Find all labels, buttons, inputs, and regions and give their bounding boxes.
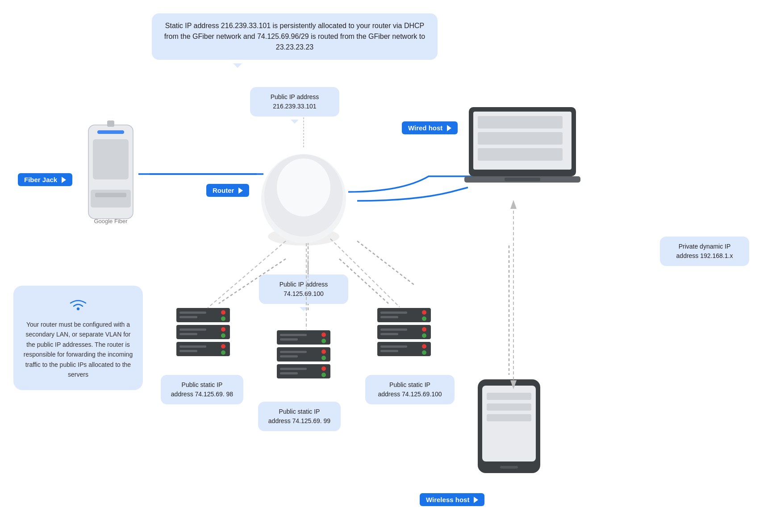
static-ip3-callout: Public static IP address 74.125.69.100	[365, 375, 455, 404]
left-info-box: Your router must be configured with a se…	[13, 286, 143, 390]
server1-svg	[174, 308, 232, 357]
router-svg	[250, 147, 357, 254]
static-ip1-value: address 74.125.69. 98	[169, 390, 235, 399]
router-arrow	[238, 187, 243, 194]
svg-rect-17	[505, 178, 540, 181]
svg-point-50	[321, 366, 326, 371]
svg-point-36	[221, 350, 225, 355]
svg-point-61	[422, 333, 426, 338]
svg-point-65	[422, 344, 426, 349]
server2-svg	[275, 330, 333, 379]
svg-rect-1	[97, 130, 124, 134]
svg-point-35	[221, 344, 225, 349]
left-info-text: Your router must be configured with a se…	[23, 320, 133, 379]
public-ip-subnet-callout: Public IP address 74.125.69.100	[259, 274, 348, 304]
svg-rect-58	[380, 316, 398, 318]
top-callout-text: Static IP address 216.239.33.101 is pers…	[164, 22, 425, 51]
wireless-host-badge: Wireless host	[420, 493, 484, 506]
svg-point-41	[321, 339, 326, 343]
wired-host-label: Wired host	[408, 124, 442, 132]
wired-host-arrow	[447, 125, 451, 131]
svg-rect-68	[380, 350, 398, 352]
svg-point-46	[321, 356, 326, 360]
static-ip1-label: Public static IP	[169, 380, 235, 390]
svg-rect-22	[487, 414, 531, 421]
svg-text:Google Fiber: Google Fiber	[94, 218, 128, 224]
svg-rect-21	[487, 403, 531, 411]
connection-lines	[0, 0, 776, 532]
svg-rect-52	[280, 368, 307, 370]
phone-svg	[473, 379, 545, 478]
svg-rect-38	[179, 350, 197, 352]
svg-rect-63	[380, 333, 398, 335]
static-ip3-value: address 74.125.69.100	[373, 390, 446, 399]
svg-point-10	[277, 158, 330, 216]
svg-rect-42	[280, 334, 307, 336]
router-badge: Router	[206, 184, 249, 197]
public-ip-router-value: 216.239.33.101	[258, 102, 331, 111]
svg-rect-53	[280, 372, 298, 374]
svg-rect-47	[280, 351, 307, 353]
diagram-container: Static IP address 216.239.33.101 is pers…	[0, 0, 776, 532]
svg-rect-28	[179, 316, 197, 318]
server-stack-left	[174, 308, 232, 357]
fiber-jack-svg: Google Fiber	[75, 121, 146, 245]
wired-host-badge: Wired host	[402, 121, 458, 134]
svg-rect-4	[95, 193, 126, 197]
svg-rect-3	[91, 190, 131, 208]
static-ip2-label: Public static IP	[266, 407, 333, 416]
router-device	[250, 147, 357, 256]
svg-rect-32	[179, 328, 206, 331]
static-ip1-callout: Public static IP address 74.125.69. 98	[161, 375, 243, 404]
laptop-svg	[464, 107, 580, 196]
svg-point-26	[221, 316, 225, 321]
svg-point-55	[422, 310, 426, 315]
public-ip-router-callout: Public IP address 216.239.33.101	[250, 87, 339, 116]
svg-rect-43	[280, 338, 298, 341]
private-ip-value: address 192.168.1.x	[668, 251, 741, 261]
svg-rect-33	[179, 333, 197, 335]
fiber-jack-badge: Fiber Jack	[18, 173, 72, 186]
svg-point-40	[321, 332, 326, 337]
svg-rect-2	[93, 139, 129, 179]
fiber-jack-device: Google Fiber	[75, 121, 146, 247]
public-ip-subnet-label: Public IP address	[267, 280, 340, 289]
svg-rect-14	[478, 132, 563, 145]
static-ip3-label: Public static IP	[373, 380, 446, 390]
laptop-device	[464, 107, 580, 198]
svg-rect-62	[380, 328, 407, 331]
svg-point-45	[321, 349, 326, 354]
private-ip-label: Private dynamic IP	[668, 242, 741, 251]
top-callout: Static IP address 216.239.33.101 is pers…	[152, 13, 438, 60]
server-stack-right	[375, 308, 433, 357]
server3-svg	[375, 308, 433, 357]
svg-rect-57	[380, 312, 407, 314]
static-ip2-callout: Public static IP address 74.125.69. 99	[258, 402, 341, 431]
public-ip-router-label: Public IP address	[258, 92, 331, 102]
svg-rect-37	[179, 345, 206, 348]
private-ip-callout: Private dynamic IP address 192.168.1.x	[660, 237, 749, 266]
static-ip2-value: address 74.125.69. 99	[266, 416, 333, 426]
public-ip-subnet-value: 74.125.69.100	[267, 289, 340, 299]
wifi-icon	[67, 296, 89, 313]
svg-rect-13	[478, 116, 563, 129]
phone-device	[473, 379, 545, 479]
fiber-jack-label: Fiber Jack	[24, 176, 57, 183]
svg-rect-20	[487, 393, 531, 400]
svg-point-66	[422, 350, 426, 355]
router-label: Router	[213, 187, 234, 194]
server-stack-center	[275, 330, 333, 379]
svg-point-56	[422, 316, 426, 321]
svg-point-25	[221, 310, 225, 315]
svg-point-31	[221, 333, 225, 338]
svg-rect-15	[478, 148, 563, 161]
svg-point-30	[221, 327, 225, 332]
arrows-overlay	[0, 0, 776, 532]
wireless-host-arrow	[474, 497, 478, 503]
svg-rect-5	[107, 121, 114, 127]
svg-point-51	[321, 373, 326, 377]
fiber-jack-arrow	[62, 177, 66, 183]
wireless-host-label: Wireless host	[426, 496, 469, 503]
svg-rect-27	[179, 312, 206, 314]
svg-rect-67	[380, 345, 407, 348]
